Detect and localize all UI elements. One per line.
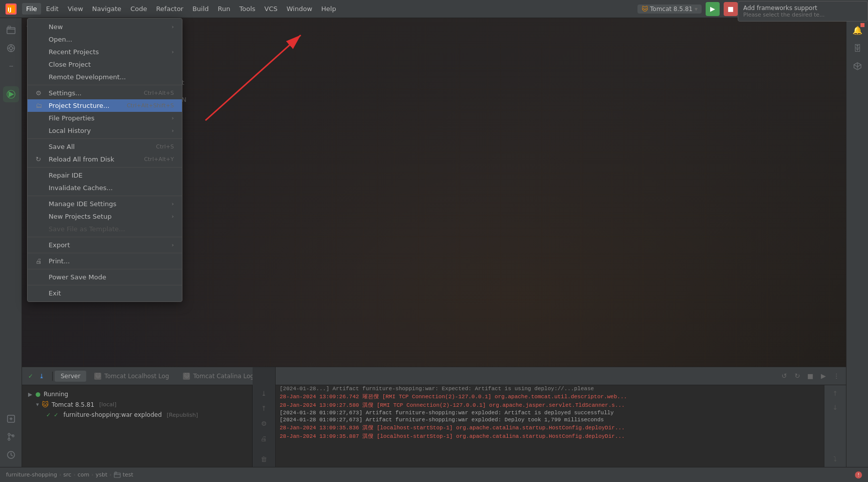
menu-item-local-history-label: Local History (49, 127, 168, 134)
breadcrumb-ysbt[interactable]: ysbt (96, 471, 108, 478)
sidebar-icon-more[interactable]: ··· (3, 58, 19, 74)
sidebar-icon-git[interactable] (3, 429, 19, 445)
menu-edit[interactable]: Edit (42, 3, 63, 15)
refresh-btn[interactable]: ↻ (792, 371, 803, 382)
settings-shortcut: Ctrl+Alt+S (144, 90, 174, 96)
separator-4 (28, 196, 182, 196)
log-text-6: 28-Jan-2024 13:09:35.887 淇傁 [localhost-s… (280, 432, 625, 440)
menu-item-exit[interactable]: Exit (28, 287, 182, 299)
log-area[interactable]: [2024-01-28...] Artifact furniture-shopp… (276, 385, 824, 467)
breadcrumb-src[interactable]: src (63, 471, 71, 478)
run-section: ▶ ● Running ▾ 🐱 Tomcat 8.5.81 [local] ✓ … (22, 385, 253, 467)
tab-server[interactable]: Server (55, 371, 86, 382)
log-row-1: 28-Jan-2024 13:09:26.742 璀꾄傁 [RMI TCP Co… (276, 392, 824, 401)
reload-icon: ↻ (36, 155, 46, 163)
breadcrumb-test[interactable]: test (123, 471, 133, 478)
separator-6 (28, 253, 182, 253)
right-sidebar-cube[interactable] (849, 58, 865, 74)
breadcrumb-com[interactable]: com (78, 471, 90, 478)
sidebar-icon-tools[interactable] (3, 411, 19, 427)
scroll-up-btn[interactable]: ↑ (829, 387, 841, 399)
sidebar: ··· (0, 18, 22, 467)
menu-item-settings[interactable]: ⚙ Settings... Ctrl+Alt+S (28, 87, 182, 99)
menu-item-close-project[interactable]: Close Project (28, 58, 182, 71)
menu-item-manage-ide[interactable]: Manage IDE Settings › (28, 198, 182, 210)
tomcat-run-item[interactable]: ▾ 🐱 Tomcat 8.5.81 [local] (26, 399, 248, 410)
menu-navigate[interactable]: Navigate (88, 3, 125, 15)
stop-btn[interactable]: ■ (805, 371, 816, 382)
scroll-end-btn[interactable]: ⤵ (829, 453, 841, 465)
log-row-5: 28-Jan-2024 13:09:35.836 淇傁 [localhost-s… (276, 423, 824, 432)
sidebar-icon-bookmarks[interactable] (3, 40, 19, 56)
tab-catalina-log[interactable]: 🐱 Tomcat Catalina Log (177, 371, 260, 382)
menu-view[interactable]: View (64, 3, 87, 15)
stop-button[interactable]: ■ (724, 2, 738, 16)
gutter-btn-2[interactable]: ⤒ (258, 402, 270, 414)
menu-item-new[interactable]: New › (28, 21, 182, 33)
menu-item-reload[interactable]: ↻ Reload All from Disk Ctrl+Alt+Y (28, 153, 182, 166)
menu-item-save-all[interactable]: Save All Ctrl+S (28, 140, 182, 153)
sidebar-icon-project[interactable] (3, 22, 19, 38)
right-sidebar: 🔔 🗄 (846, 18, 868, 467)
artifact-run-item[interactable]: ✓ ✓ furniture-shopping:war exploded [Rep… (26, 410, 248, 420)
gutter-btn-4[interactable]: 🖨 (258, 432, 270, 444)
menu-window[interactable]: Window (283, 3, 316, 15)
breadcrumb-test-wrap: test (114, 471, 133, 478)
menu-item-remote-label: Remote Development... (49, 73, 174, 81)
menu-item-project-structure[interactable]: 🗂 Project Structure... Ctrl+Alt+Shift+S (28, 99, 182, 112)
gutter-btn-5[interactable]: 🗑 (258, 453, 270, 465)
gutter-btn-3[interactable]: ⚙ (258, 417, 270, 429)
tomcat-badge[interactable]: 🐱 Tomcat 8.5.81 ▾ (637, 5, 702, 14)
run-controls: ✓ ⤓ (26, 372, 53, 381)
gutter-btn-1[interactable]: ⤓ (258, 387, 270, 399)
resume-btn[interactable]: ▶ (818, 371, 829, 382)
menu-item-repair[interactable]: Repair IDE (28, 169, 182, 182)
separator-5 (28, 237, 182, 237)
log-text-2: 28-Jan-2024 13:09:27.580 淇傁 [RMI TCP Con… (280, 401, 625, 409)
menu-item-print[interactable]: 🖨 Print... (28, 255, 182, 267)
restart-btn[interactable]: ↺ (779, 371, 790, 382)
svg-point-6 (10, 47, 13, 50)
menu-help[interactable]: Help (317, 3, 340, 15)
menu-item-open[interactable]: Open... (28, 33, 182, 46)
sidebar-icon-history[interactable] (3, 447, 19, 463)
reload-shortcut: Ctrl+Alt+Y (144, 156, 174, 163)
status-breadcrumb: furniture-shopping › src › com › ysbt › … (6, 471, 133, 478)
menu-item-new-projects-setup[interactable]: New Projects Setup › (28, 210, 182, 223)
menu-item-power-save[interactable]: Power Save Mode (28, 271, 182, 283)
scroll-down-btn[interactable]: ↓ (829, 401, 841, 413)
breadcrumb-project[interactable]: furniture-shopping (6, 471, 57, 478)
menu-item-remote-dev[interactable]: Remote Development... (28, 71, 182, 83)
sidebar-icon-run[interactable] (3, 86, 19, 102)
menu-refactor[interactable]: Refactor (152, 3, 187, 15)
menu-item-new-label: New (49, 23, 168, 31)
right-sidebar-notifications[interactable]: 🔔 (849, 22, 865, 38)
menu-item-invalidate[interactable]: Invalidate Caches... (28, 182, 182, 194)
svg-text:IJ: IJ (8, 7, 12, 13)
menu-tools[interactable]: Tools (236, 3, 260, 15)
export-arrow-icon: › (172, 242, 174, 248)
menu-item-local-history[interactable]: Local History › (28, 124, 182, 137)
tomcat-run-tag: [local] (99, 401, 116, 408)
more-btn[interactable]: ⋮ (831, 371, 842, 382)
notification-text: Add frameworks support (743, 5, 817, 12)
menu-code[interactable]: Code (126, 3, 151, 15)
classroom-pattern (172, 43, 746, 342)
menu-item-recent-projects[interactable]: Recent Projects › (28, 46, 182, 58)
menu-build[interactable]: Build (188, 3, 213, 15)
notification-popup[interactable]: Add frameworks support Please select the… (738, 1, 868, 22)
menu-item-file-properties[interactable]: File Properties › (28, 112, 182, 124)
menu-file[interactable]: File (22, 3, 41, 15)
right-sidebar-database[interactable]: 🗄 (849, 40, 865, 56)
local-history-arrow-icon: › (172, 127, 174, 134)
run-button[interactable]: ▶ (706, 2, 720, 16)
sep3: › (91, 471, 93, 478)
tomcat-icon: 🐱 (641, 6, 648, 13)
menu-item-invalidate-label: Invalidate Caches... (49, 184, 174, 192)
svg-rect-3 (7, 28, 15, 34)
menu-item-export[interactable]: Export › (28, 239, 182, 251)
svg-rect-4 (8, 26, 11, 28)
menu-vcs[interactable]: VCS (261, 3, 282, 15)
menu-run[interactable]: Run (214, 3, 235, 15)
tab-localhost-log[interactable]: 🐱 Tomcat Localhost Log (88, 371, 175, 382)
